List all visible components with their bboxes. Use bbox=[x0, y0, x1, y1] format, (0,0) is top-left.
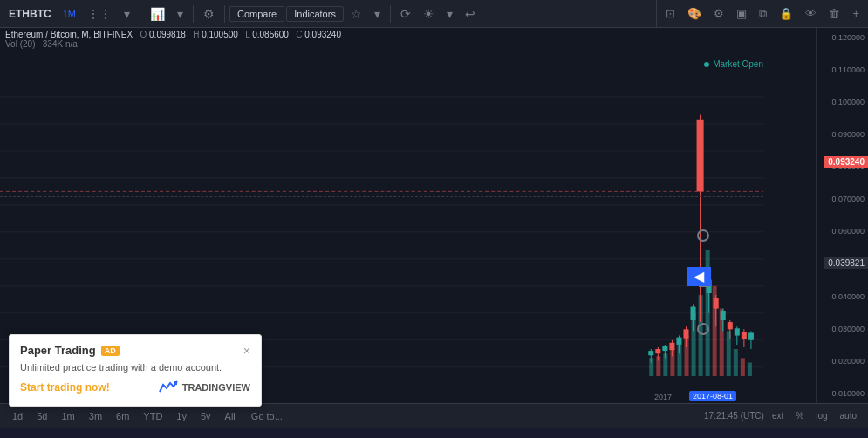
separator2 bbox=[193, 5, 194, 23]
svg-rect-25 bbox=[748, 363, 752, 376]
star-btn[interactable]: ☆ bbox=[345, 5, 367, 23]
vol-info: Vol (20) 334K n/a bbox=[5, 39, 810, 49]
pct-btn[interactable]: % bbox=[791, 409, 808, 422]
price-0-020: 0.020000 bbox=[818, 357, 866, 366]
price-0-120: 0.120000 bbox=[818, 33, 866, 42]
ad-cta-link[interactable]: Start trading now! bbox=[20, 381, 110, 394]
ad-close-btn[interactable]: × bbox=[243, 345, 250, 357]
ext-btn[interactable]: ext bbox=[768, 409, 788, 422]
indicators-btn[interactable]: Indicators bbox=[286, 6, 344, 22]
svg-rect-37 bbox=[683, 329, 688, 338]
chart-type-dropdown-btn[interactable]: ▾ bbox=[119, 5, 135, 23]
price-0-030: 0.030000 bbox=[818, 325, 866, 333]
timeframe-1y-btn[interactable]: 1y bbox=[171, 409, 192, 423]
price-0-100: 0.100000 bbox=[818, 98, 866, 106]
price-0-010: 0.010000 bbox=[818, 389, 866, 398]
bar-style-dropdown[interactable]: ▾ bbox=[172, 5, 188, 23]
right-toolbar: ⊡ 🎨 ⚙ ▣ ⧉ 🔒 👁 🗑 + bbox=[656, 0, 868, 28]
date-aug-highlight: 2017-08-01 bbox=[689, 391, 736, 401]
close-label: C bbox=[296, 30, 302, 39]
bottom-toolbar: 1d 5d 1m 3m 6m YTD 1y 5y All Go to... 17… bbox=[0, 403, 868, 428]
high-val: 0.100500 bbox=[202, 30, 238, 39]
timeframe-3m-btn[interactable]: 3m bbox=[84, 409, 107, 423]
timeframe-5d-btn[interactable]: 5d bbox=[31, 409, 52, 423]
svg-rect-29 bbox=[655, 349, 660, 353]
ad-badge: AD bbox=[101, 346, 120, 356]
log-btn[interactable]: log bbox=[811, 409, 831, 422]
vol-extra: n/a bbox=[65, 39, 78, 49]
chart-info: Ethereum / Bitcoin, M, BITFINEX O 0.0998… bbox=[0, 28, 816, 51]
tv-logo-icon bbox=[158, 380, 179, 395]
chart-type-btn[interactable]: ⋮⋮ bbox=[82, 5, 117, 23]
low-label: L bbox=[245, 30, 249, 39]
price-0-040: 0.040000 bbox=[818, 292, 866, 301]
chart-title: Ethereum / Bitcoin, M, BITFINEX bbox=[5, 30, 133, 39]
low-val: 0.085600 bbox=[252, 30, 289, 39]
ohlc-bar: O 0.099818 H 0.100500 L 0.085600 C 0.093… bbox=[140, 30, 341, 39]
high-label: H bbox=[193, 30, 199, 39]
delete-btn[interactable]: 🗑 bbox=[824, 5, 845, 22]
price-0-090: 0.090000 bbox=[818, 130, 866, 139]
price-arrow-btn[interactable]: ◀ bbox=[687, 267, 711, 286]
price-0-060: 0.060000 bbox=[818, 227, 866, 236]
ad-header: Paper Trading AD × bbox=[20, 344, 250, 357]
svg-rect-27 bbox=[648, 351, 653, 355]
timeframe-5y-btn[interactable]: 5y bbox=[195, 409, 216, 423]
paint-btn[interactable]: 🎨 bbox=[682, 5, 707, 22]
lock-btn[interactable]: 🔒 bbox=[774, 5, 798, 22]
market-open-label: Market Open bbox=[713, 59, 763, 69]
open-val: 0.099818 bbox=[149, 30, 186, 39]
timeframe-1d-btn[interactable]: 1d bbox=[7, 409, 28, 423]
star-dropdown-btn[interactable]: ▾ bbox=[369, 5, 386, 23]
svg-rect-45 bbox=[714, 298, 719, 308]
brightness-btn[interactable]: ☀ bbox=[418, 5, 440, 23]
gear-rt-btn[interactable]: ⚙ bbox=[708, 5, 729, 22]
auto-btn[interactable]: auto bbox=[836, 409, 861, 422]
goto-btn[interactable]: Go to... bbox=[244, 409, 290, 423]
svg-rect-41 bbox=[697, 120, 704, 192]
timeframe-ytd-btn[interactable]: YTD bbox=[138, 409, 167, 423]
price-0-070: 0.070000 bbox=[818, 195, 866, 203]
undo-btn[interactable]: ↩ bbox=[460, 5, 481, 23]
plus-btn[interactable]: + bbox=[847, 5, 865, 22]
timeframe-6m-btn[interactable]: 6m bbox=[111, 409, 134, 423]
chart-symbol-info: Ethereum / Bitcoin, M, BITFINEX O 0.0998… bbox=[5, 30, 810, 39]
ad-popup: Paper Trading AD × Unlimited practice tr… bbox=[9, 334, 262, 407]
vol-label: Vol (20) bbox=[5, 39, 35, 49]
svg-rect-31 bbox=[662, 346, 667, 351]
timeframe-1m-btn[interactable]: 1m bbox=[57, 409, 80, 423]
top-toolbar: ETHBTC 1M ⋮⋮ ▾ 📊 ▾ ⚙ Compare Indicators … bbox=[0, 0, 868, 28]
svg-rect-35 bbox=[676, 338, 681, 345]
price-0-110: 0.110000 bbox=[818, 65, 866, 74]
open-label: O bbox=[140, 30, 147, 39]
brightness-dropdown[interactable]: ▾ bbox=[441, 5, 458, 23]
svg-rect-18 bbox=[699, 295, 703, 376]
settings-btn[interactable]: ⚙ bbox=[198, 5, 220, 23]
separator3 bbox=[224, 5, 225, 23]
replay-btn[interactable]: ⟳ bbox=[395, 5, 416, 23]
current-price-badge: 0.093240 bbox=[824, 156, 868, 168]
svg-rect-55 bbox=[748, 332, 754, 339]
svg-rect-51 bbox=[735, 328, 740, 335]
copy-btn[interactable]: ⧉ bbox=[754, 5, 772, 23]
vol-val: 334K bbox=[43, 39, 63, 49]
crop-btn[interactable]: ⊡ bbox=[660, 5, 680, 22]
price-scale: 0.120000 0.110000 0.100000 0.090000 0.08… bbox=[816, 28, 868, 403]
tradingview-text: TRADINGVIEW bbox=[182, 382, 250, 393]
svg-rect-53 bbox=[742, 332, 747, 339]
timeframe-all-btn[interactable]: All bbox=[220, 409, 241, 423]
svg-rect-24 bbox=[741, 358, 745, 376]
rect-btn[interactable]: ▣ bbox=[731, 5, 752, 22]
eye-btn[interactable]: 👁 bbox=[800, 5, 822, 22]
timeframe-1m-btn[interactable]: 1M bbox=[58, 7, 80, 21]
date-2017: 2017 bbox=[654, 393, 672, 401]
svg-rect-23 bbox=[734, 349, 738, 376]
ad-footer: Start trading now! TRADINGVIEW bbox=[20, 380, 250, 395]
market-open-badge: Market Open bbox=[704, 59, 763, 69]
market-dot bbox=[704, 62, 709, 67]
bar-style-btn[interactable]: 📊 bbox=[145, 5, 170, 23]
svg-rect-47 bbox=[721, 311, 726, 320]
separator bbox=[140, 5, 140, 23]
ad-body: Unlimited practice trading with a demo a… bbox=[20, 362, 250, 373]
compare-btn[interactable]: Compare bbox=[229, 6, 284, 22]
